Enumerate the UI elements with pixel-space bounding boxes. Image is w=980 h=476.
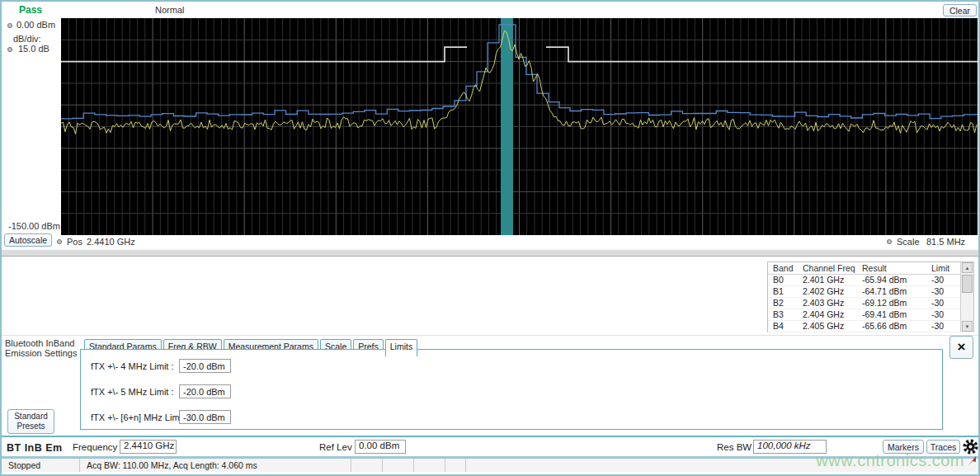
res-bw-label: Res BW	[717, 442, 751, 452]
status-cell-empty	[383, 459, 414, 472]
table-row[interactable]: B12.402 GHz-64.71 dBm-30	[768, 286, 973, 298]
clear-button[interactable]: Clear	[943, 4, 977, 16]
settings-title-line1: Bluetooth InBand	[5, 338, 74, 348]
close-icon: ×	[958, 339, 966, 356]
table-cell: 2.402 GHz	[798, 286, 857, 297]
table-header-cell[interactable]: Channel Freq	[798, 262, 857, 274]
status-acq-info: Acq BW: 110.00 MHz, Acq Length: 4.060 ms	[80, 459, 351, 472]
bottom-level-value: -150.00 dBm	[8, 221, 60, 231]
tab-limits[interactable]: Limits	[385, 339, 417, 356]
table-cell: 2.404 GHz	[798, 309, 857, 320]
frequency-input[interactable]: 2.4410 GHz	[120, 440, 177, 454]
measurement-mode-label: BT InB Em	[7, 442, 63, 454]
autoscale-button[interactable]: Autoscale	[4, 233, 52, 247]
limit-field-label: fTX +\- 4 MHz Limit :	[91, 361, 174, 371]
scroll-down-icon[interactable]: ▼	[962, 321, 973, 332]
spectrum-plot[interactable]	[61, 18, 978, 235]
table-cell: B4	[768, 321, 798, 332]
frequency-label: Frequency	[73, 442, 117, 452]
limit-field-input[interactable]	[179, 359, 231, 373]
position-value[interactable]: 2.4410 GHz	[87, 237, 135, 247]
table-scrollbar[interactable]: ▲ ▼	[960, 262, 973, 332]
table-cell: -65.94 dBm	[857, 275, 926, 285]
limits-panel: fTX +\- 4 MHz Limit :fTX +\- 5 MHz Limit…	[80, 349, 943, 430]
scale-knob-icon[interactable]	[887, 239, 892, 244]
table-cell: 2.401 GHz	[798, 275, 857, 285]
table-row[interactable]: B22.403 GHz-69.12 dBm-30	[768, 298, 973, 309]
standard-presets-button[interactable]: Standard Presets	[7, 409, 54, 434]
limit-field-label: fTX +\- [6+n] MHz Limit:	[91, 412, 186, 422]
ref-level-value[interactable]: 0.00 dBm	[16, 20, 55, 30]
watermark: www.cntronics.com	[748, 450, 978, 470]
table-header-cell[interactable]: Band	[768, 262, 798, 274]
ref-lev-label: Ref Lev	[319, 442, 352, 452]
table-cell: -65.66 dBm	[857, 321, 926, 332]
table-cell: 2.403 GHz	[798, 298, 857, 309]
scrollbar-thumb[interactable]	[962, 275, 973, 293]
status-state: Stopped	[2, 459, 80, 472]
position-knob-icon[interactable]	[57, 239, 62, 244]
table-cell: 2.405 GHz	[798, 321, 857, 332]
table-row[interactable]: B42.405 GHz-65.66 dBm-30	[768, 321, 973, 332]
table-cell: -30	[926, 321, 961, 332]
pass-status: Pass	[8, 4, 53, 16]
table-cell: B0	[768, 275, 798, 285]
limit-field-input[interactable]	[179, 384, 231, 398]
table-cell: B2	[768, 298, 798, 309]
spectrum-analyzer-window: Pass 0.00 dBm dB/div: 15.0 dB -150.00 dB…	[0, 0, 980, 476]
table-cell: -30	[926, 309, 961, 320]
table-header-cell[interactable]: Result	[857, 262, 926, 274]
db-per-div-knob-icon[interactable]	[7, 47, 12, 52]
trace-mode-label: Normal	[155, 5, 184, 15]
table-cell: -30	[926, 298, 961, 309]
status-cell-empty	[414, 459, 445, 472]
table-cell: B1	[768, 286, 798, 297]
settings-title-line2: Emission Settings	[5, 348, 77, 358]
horizontal-splitter[interactable]	[2, 249, 980, 257]
db-per-div-label: dB/div:	[13, 34, 41, 44]
table-cell: -30	[926, 275, 961, 285]
ref-level-knob-icon[interactable]	[7, 23, 12, 28]
scale-value[interactable]: 81.5 MHz	[926, 237, 965, 247]
position-label: Pos	[67, 237, 82, 247]
watermark-cursor-icon	[967, 455, 978, 466]
table-header-row: BandChannel FreqResultLimit	[768, 262, 973, 275]
table-row[interactable]: B02.401 GHz-65.94 dBm-30	[768, 275, 973, 286]
results-table: BandChannel FreqResultLimit B02.401 GHz-…	[767, 262, 974, 332]
db-per-div-value[interactable]: 15.0 dB	[18, 44, 49, 54]
top-section: Pass 0.00 dBm dB/div: 15.0 dB -150.00 dB…	[2, 2, 980, 249]
table-cell: -69.41 dBm	[857, 309, 926, 320]
scroll-up-icon[interactable]: ▲	[962, 262, 973, 273]
status-cell-empty	[445, 459, 466, 472]
table-cell: B3	[768, 309, 798, 320]
table-cell: -64.71 dBm	[857, 286, 926, 297]
table-header-cell[interactable]: Limit	[926, 262, 961, 274]
status-cell-empty	[351, 459, 383, 472]
table-row[interactable]: B32.404 GHz-69.41 dBm-30	[768, 309, 973, 321]
table-cell: -30	[926, 286, 961, 297]
ref-lev-input[interactable]: 0.00 dBm	[355, 440, 406, 454]
close-settings-button[interactable]: ×	[949, 336, 973, 359]
limit-field-input[interactable]	[179, 410, 231, 424]
table-cell: -69.12 dBm	[857, 298, 926, 309]
limit-field-label: fTX +\- 5 MHz Limit :	[91, 387, 174, 397]
scale-label: Scale	[897, 237, 920, 247]
